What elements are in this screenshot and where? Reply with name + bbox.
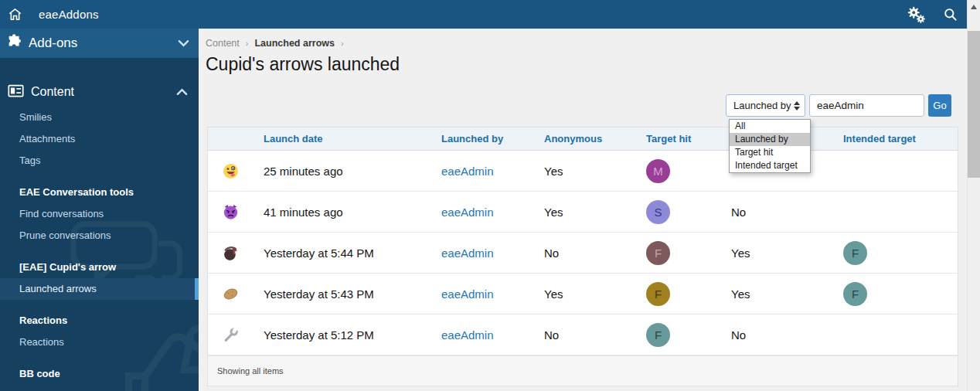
target-hit-avatar[interactable]: F — [646, 323, 670, 347]
sidebar-section-content[interactable]: Content — [0, 77, 199, 107]
target-hit-cell: F — [646, 241, 731, 265]
hit-value: Yes — [731, 287, 843, 301]
potato-emoji — [223, 286, 239, 302]
addons-selector[interactable]: Add-ons — [0, 29, 199, 58]
launched-arrows-table: Launch date Launched by Anonymous Target… — [207, 127, 958, 386]
sidebar-group-cupids-arrow: [EAE] Cupid's arrow — [0, 257, 199, 278]
target-hit-cell: F — [646, 282, 731, 306]
sidebar-group-conversation-tools: EAE Conversation tools — [0, 182, 199, 203]
breadcrumb-separator: › — [341, 39, 344, 48]
addons-label: Add-ons — [29, 36, 178, 51]
dropdown-option-intended-target[interactable]: Intended target — [730, 159, 810, 172]
main-content: Content › Launched arrows › Cupid's arro… — [199, 29, 967, 391]
breadcrumb-separator: › — [246, 39, 249, 48]
sidebar-group-reactions: Reactions — [0, 310, 199, 332]
intended-target-avatar[interactable]: F — [843, 282, 867, 306]
target-hit-avatar[interactable]: S — [646, 200, 670, 224]
filter-select-value: Launched by — [733, 100, 794, 111]
select-spinner-icon — [794, 101, 800, 110]
intended-target-avatar[interactable]: F — [843, 241, 867, 265]
target-hit-cell: M — [646, 159, 731, 183]
dropdown-option-all[interactable]: All — [730, 120, 810, 133]
col-launch-date: Launch date — [264, 133, 441, 144]
sidebar-group-bb-code: BB code — [0, 363, 199, 385]
content-icon — [8, 84, 24, 100]
home-icon[interactable] — [0, 7, 29, 22]
launched-by-link[interactable]: eaeAdmin — [441, 246, 494, 260]
filter-select-dropdown: AllLaunched byTarget hitIntended target — [729, 119, 811, 173]
sidebar-item-attachments[interactable]: Attachments — [0, 128, 199, 150]
target-hit-cell: S — [646, 200, 731, 224]
filter-type-select[interactable]: Launched by — [726, 94, 805, 117]
col-target-hit: Target hit — [646, 133, 731, 144]
intended-target-cell: F — [843, 282, 958, 306]
hit-value: No — [731, 206, 843, 219]
launch-date: Yesterday at 5:12 PM — [264, 328, 441, 342]
table-row: 41 minutes ago eaeAdmin Yes S No — [208, 192, 958, 233]
dropdown-option-launched-by[interactable]: Launched by — [730, 133, 810, 146]
col-launched-by: Launched by — [441, 133, 544, 144]
table-row: Yesterday at 5:43 PM eaeAdmin Yes F Yes … — [208, 274, 958, 314]
anonymous-value: No — [544, 328, 646, 342]
scrollbar-thumb[interactable] — [968, 31, 980, 178]
launch-date: 41 minutes ago — [264, 206, 441, 219]
content-section-label: Content — [31, 85, 176, 99]
table-row: Yesterday at 5:44 PM eaeAdmin No F Yes F — [208, 233, 958, 274]
turkey-emoji — [223, 245, 239, 261]
puzzle-icon — [6, 34, 22, 53]
showing-all-items-text: Showing all items — [217, 366, 284, 376]
angry-devil-face-emoji — [223, 204, 239, 220]
launch-date: Yesterday at 5:44 PM — [264, 246, 441, 260]
filter-username-input[interactable] — [809, 94, 924, 117]
zany-face-emoji — [223, 163, 239, 179]
target-hit-avatar[interactable]: M — [646, 159, 670, 183]
table-row: 25 minutes ago eaeAdmin Yes M — [208, 151, 958, 192]
sidebar-item-tags[interactable]: Tags — [0, 150, 199, 172]
target-hit-cell: F — [646, 323, 731, 347]
col-intended-target: Intended target — [843, 133, 958, 144]
hit-value: Yes — [731, 246, 843, 260]
hit-value: No — [731, 328, 843, 342]
search-icon[interactable] — [933, 7, 967, 22]
target-hit-avatar[interactable]: F — [646, 282, 670, 306]
target-hit-avatar[interactable]: F — [646, 241, 670, 265]
chevron-up-icon — [176, 85, 188, 99]
launch-date: Yesterday at 5:43 PM — [264, 287, 441, 301]
sidebar-item-find-conversations[interactable]: Find conversations — [0, 203, 199, 225]
sidebar: Add-ons Content Smilies Att — [0, 29, 199, 391]
admin-app: eaeAddons — [0, 0, 980, 391]
dropdown-option-target-hit[interactable]: Target hit — [730, 146, 810, 159]
page-title: Cupid's arrows launched — [206, 54, 400, 75]
launched-by-link[interactable]: eaeAdmin — [441, 165, 494, 178]
launched-by-link[interactable]: eaeAdmin — [441, 206, 494, 219]
col-anonymous: Anonymous — [544, 133, 646, 144]
go-button[interactable]: Go — [928, 94, 951, 117]
table-header-row: Launch date Launched by Anonymous Target… — [208, 128, 958, 151]
launched-by-link[interactable]: eaeAdmin — [441, 328, 494, 342]
app-title: eaeAddons — [39, 8, 99, 21]
sidebar-item-reactions[interactable]: Reactions — [0, 332, 199, 353]
gears-icon[interactable] — [899, 6, 933, 23]
anonymous-value: Yes — [544, 206, 646, 219]
sidebar-item-prune-conversations[interactable]: Prune conversations — [0, 225, 199, 246]
top-bar: eaeAddons — [0, 0, 967, 29]
table-footer: Showing all items — [208, 355, 958, 386]
breadcrumb-launched-arrows[interactable]: Launched arrows — [254, 38, 335, 49]
vertical-scrollbar[interactable] — [967, 0, 980, 391]
scrollbar-up-arrow[interactable] — [971, 5, 977, 9]
intended-target-cell: F — [843, 241, 958, 265]
launched-by-link[interactable]: eaeAdmin — [441, 287, 494, 301]
table-row: Yesterday at 5:12 PM eaeAdmin No F No — [208, 314, 958, 355]
wrench-emoji — [223, 327, 239, 343]
anonymous-value: Yes — [544, 165, 646, 178]
sidebar-item-smilies[interactable]: Smilies — [0, 107, 199, 128]
filter-bar: Launched by Go — [726, 94, 951, 117]
launch-date: 25 minutes ago — [264, 165, 441, 178]
breadcrumb-content[interactable]: Content — [206, 38, 240, 49]
breadcrumb: Content › Launched arrows › — [206, 38, 344, 49]
anonymous-value: Yes — [544, 287, 646, 301]
sidebar-item-launched-arrows[interactable]: Launched arrows — [0, 278, 199, 300]
anonymous-value: No — [544, 246, 646, 260]
chevron-down-icon — [178, 36, 189, 50]
